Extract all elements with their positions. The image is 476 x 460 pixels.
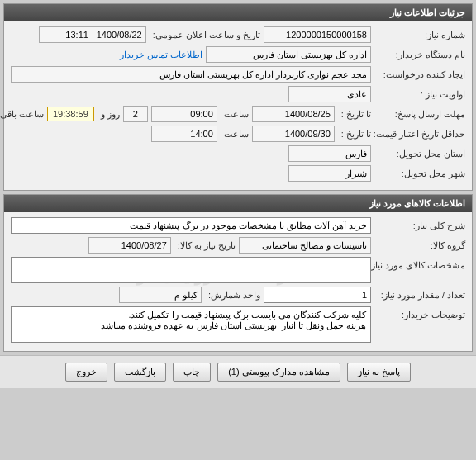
attachments-button[interactable]: مشاهده مدارک پیوستی (1) xyxy=(217,363,340,382)
time-label-1: ساعت xyxy=(221,109,249,120)
time-label-2: ساعت xyxy=(221,129,249,140)
need-details-panel: جزئیات اطلاعات نیاز شماره نیاز: تاریخ و … xyxy=(3,3,473,191)
deadline-date-field xyxy=(252,106,335,122)
announce-dt-field xyxy=(39,26,146,43)
days-remaining-field xyxy=(123,106,148,122)
buyer-org-label: نام دستگاه خریدار: xyxy=(374,50,465,60)
panel2-title: اطلاعات کالاهای مورد نیاز xyxy=(4,195,472,212)
qty-label: تعداد / مقدار مورد نیاز: xyxy=(374,290,465,301)
spec-label: مشخصات کالای مورد نیاز: xyxy=(374,257,465,271)
to-date-label-1: تا تاریخ : xyxy=(338,109,371,120)
request-no-label: شماره نیاز: xyxy=(374,30,465,40)
panel1-title: جزئیات اطلاعات نیاز xyxy=(4,4,472,21)
countdown-timer: 19:38:59 xyxy=(47,107,94,121)
qty-field[interactable] xyxy=(264,287,371,303)
announce-dt-label: تاریخ و ساعت اعلان عمومی: xyxy=(150,30,260,40)
goods-info-panel: اطلاعات کالاهای مورد نیاز شرح کلی نیاز: … xyxy=(3,194,473,352)
button-bar: پاسخ به نیاز مشاهده مدارک پیوستی (1) چاپ… xyxy=(0,355,476,388)
unit-field xyxy=(119,287,202,303)
print-button[interactable]: چاپ xyxy=(173,363,211,382)
group-label: گروه کالا: xyxy=(374,240,465,251)
buyer-org-field xyxy=(206,46,371,63)
delivery-city-label: شهر محل تحویل: xyxy=(374,168,465,179)
group-field xyxy=(239,237,371,254)
unit-label: واحد شمارش: xyxy=(205,290,260,301)
delivery-province-label: استان محل تحویل: xyxy=(374,149,465,159)
respond-button[interactable]: پاسخ به نیاز xyxy=(347,363,411,382)
to-date-label-2: تا تاریخ : xyxy=(338,129,371,140)
validity-label: حداقل تاریخ اعتبار قیمت: xyxy=(374,129,465,140)
spec-field[interactable] xyxy=(11,257,371,283)
desc-field[interactable] xyxy=(11,217,371,234)
need-date-label: تاریخ نیاز به کالا: xyxy=(174,240,236,251)
deadline-time-field xyxy=(151,106,217,122)
days-suffix: روز و xyxy=(98,109,120,120)
back-button[interactable]: بازگشت xyxy=(114,363,166,382)
notes-label: توضیحات خریدار: xyxy=(374,306,465,320)
validity-date-field xyxy=(252,126,335,142)
request-no-field xyxy=(264,26,371,43)
delivery-city-field xyxy=(288,165,371,182)
need-date-field xyxy=(88,237,171,254)
deadline-label: مهلت ارسال پاسخ: xyxy=(374,109,465,120)
buyer-contact-link[interactable]: اطلاعات تماس خریدار xyxy=(120,50,202,60)
desc-label: شرح کلی نیاز: xyxy=(374,221,465,231)
priority-field xyxy=(288,86,371,102)
priority-label: اولویت نیاز : xyxy=(374,89,465,100)
creator-label: ایجاد کننده درخواست: xyxy=(374,69,465,80)
creator-field xyxy=(11,66,371,83)
notes-field[interactable] xyxy=(11,306,371,343)
delivery-province-field xyxy=(288,145,371,162)
remain-suffix: ساعت باقی مانده xyxy=(0,109,44,120)
exit-button[interactable]: خروج xyxy=(65,363,107,382)
validity-time-field xyxy=(151,126,217,142)
